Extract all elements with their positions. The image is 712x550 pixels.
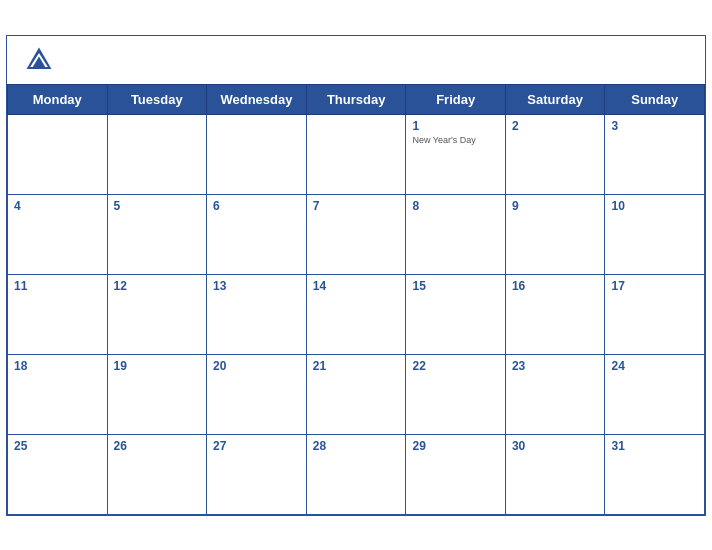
col-tuesday: Tuesday [107,84,207,114]
day-number: 22 [412,359,498,373]
day-number: 16 [512,279,599,293]
col-saturday: Saturday [505,84,605,114]
day-number: 21 [313,359,400,373]
day-number: 29 [412,439,498,453]
calendar-cell: 29 [406,434,505,514]
calendar-cell: 10 [605,194,705,274]
calendar-cell [8,114,108,194]
day-number: 2 [512,119,599,133]
col-friday: Friday [406,84,505,114]
day-number: 31 [611,439,698,453]
calendar-cell: 9 [505,194,605,274]
calendar-cell [207,114,307,194]
calendar-cell: 7 [306,194,406,274]
calendar-cell: 19 [107,354,207,434]
calendar-week-row: 1New Year's Day23 [8,114,705,194]
calendar-cell: 11 [8,274,108,354]
logo-area [23,44,59,76]
calendar-cell: 17 [605,274,705,354]
day-number: 25 [14,439,101,453]
day-number: 23 [512,359,599,373]
calendar-cell: 21 [306,354,406,434]
day-number: 14 [313,279,400,293]
calendar-cell: 27 [207,434,307,514]
calendar-cell: 8 [406,194,505,274]
day-number: 20 [213,359,300,373]
calendar-cell: 22 [406,354,505,434]
calendar-cell: 5 [107,194,207,274]
col-sunday: Sunday [605,84,705,114]
calendar-cell: 23 [505,354,605,434]
calendar-cell: 20 [207,354,307,434]
day-number: 11 [14,279,101,293]
day-number: 27 [213,439,300,453]
general-blue-logo-icon [23,44,55,76]
calendar-cell: 12 [107,274,207,354]
calendar-cell: 14 [306,274,406,354]
calendar-week-row: 45678910 [8,194,705,274]
calendar-grid: Monday Tuesday Wednesday Thursday Friday… [7,84,705,515]
calendar-cell [107,114,207,194]
day-number: 9 [512,199,599,213]
calendar-cell: 25 [8,434,108,514]
calendar-cell: 31 [605,434,705,514]
weekday-header-row: Monday Tuesday Wednesday Thursday Friday… [8,84,705,114]
calendar-cell: 3 [605,114,705,194]
day-number: 4 [14,199,101,213]
day-number: 3 [611,119,698,133]
day-number: 15 [412,279,498,293]
calendar-week-row: 11121314151617 [8,274,705,354]
col-wednesday: Wednesday [207,84,307,114]
calendar-cell [306,114,406,194]
col-monday: Monday [8,84,108,114]
calendar-cell: 2 [505,114,605,194]
day-number: 17 [611,279,698,293]
day-number: 10 [611,199,698,213]
calendar-cell: 28 [306,434,406,514]
day-number: 19 [114,359,201,373]
calendar-cell: 24 [605,354,705,434]
day-number: 5 [114,199,201,213]
calendar-week-row: 18192021222324 [8,354,705,434]
calendar-cell: 15 [406,274,505,354]
holiday-label: New Year's Day [412,135,498,146]
calendar-cell: 16 [505,274,605,354]
day-number: 24 [611,359,698,373]
day-number: 7 [313,199,400,213]
calendar-cell: 26 [107,434,207,514]
calendar-cell: 1New Year's Day [406,114,505,194]
calendar-header [7,36,705,84]
day-number: 28 [313,439,400,453]
day-number: 30 [512,439,599,453]
col-thursday: Thursday [306,84,406,114]
day-number: 26 [114,439,201,453]
calendar-week-row: 25262728293031 [8,434,705,514]
day-number: 8 [412,199,498,213]
calendar-cell: 18 [8,354,108,434]
calendar-cell: 4 [8,194,108,274]
calendar-cell: 6 [207,194,307,274]
calendar-cell: 13 [207,274,307,354]
day-number: 13 [213,279,300,293]
day-number: 6 [213,199,300,213]
day-number: 1 [412,119,498,133]
calendar-cell: 30 [505,434,605,514]
day-number: 18 [14,359,101,373]
day-number: 12 [114,279,201,293]
calendar-container: Monday Tuesday Wednesday Thursday Friday… [6,35,706,516]
